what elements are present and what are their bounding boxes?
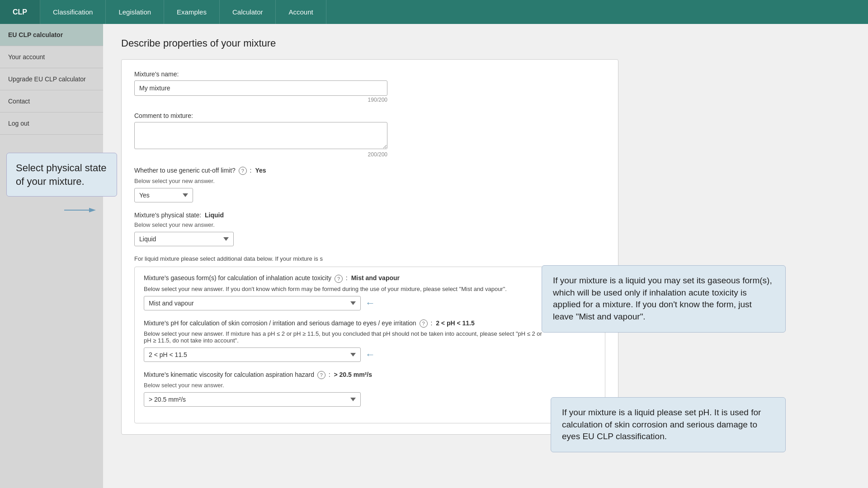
comment-label: Comment to mixture: xyxy=(134,112,605,119)
nav-clp[interactable]: CLP xyxy=(0,0,40,24)
nav-examples[interactable]: Examples xyxy=(164,0,220,24)
viscosity-help-icon[interactable]: ? xyxy=(317,371,326,379)
sidebar-item-your-account[interactable]: Your account xyxy=(0,46,103,68)
physical-state-group: Mixture's physical state: Liquid Below s… xyxy=(134,211,605,246)
main-content: Describe properties of your mixture Mixt… xyxy=(103,24,868,488)
physical-state-select[interactable]: Liquid Solid Gas xyxy=(134,232,234,246)
physical-state-label: Mixture's physical state: Liquid xyxy=(134,211,605,219)
viscosity-select[interactable]: > 20.5 mm²/s ≤ 20.5 mm²/s xyxy=(144,392,361,407)
gaseous-tooltip-box: If your mixture is a liquid you may set … xyxy=(542,265,786,332)
generic-cutoff-select[interactable]: Yes No xyxy=(134,188,193,202)
mixture-name-input[interactable] xyxy=(134,80,387,96)
liquid-section: Mixture's gaseous form(s) for calculatio… xyxy=(134,267,605,423)
generic-cutoff-group: Whether to use generic cut-off limit? ? … xyxy=(134,167,605,202)
gaseous-form-group: Mixture's gaseous form(s) for calculatio… xyxy=(144,274,596,310)
gaseous-form-select[interactable]: Mist and vapour Mist Vapour Dust xyxy=(144,296,361,310)
page-title: Describe properties of your mixture xyxy=(121,38,850,49)
comment-input[interactable] xyxy=(134,122,387,149)
gaseous-form-label: Mixture's gaseous form(s) for calculatio… xyxy=(144,274,596,282)
mixture-name-char-count: 190/200 xyxy=(134,97,387,103)
generic-cutoff-below-text: Below select your new answer. xyxy=(134,178,605,184)
physical-state-tooltip-text: Select physical state of your mixture. xyxy=(16,162,107,187)
ph-select[interactable]: 2 < pH < 11.5 pH ≤ 2 pH ≥ 11.5 pH ≤ 2 or… xyxy=(144,347,361,362)
gaseous-form-below: Below select your new answer. If you don… xyxy=(144,286,551,292)
sidebar-item-logout[interactable]: Log out xyxy=(0,113,103,135)
comment-char-count: 200/200 xyxy=(134,151,387,158)
sidebar-item-upgrade[interactable]: Upgrade EU CLP calculator xyxy=(0,68,103,90)
gaseous-arrow: ← xyxy=(365,297,375,309)
mixture-name-group: Mixture's name: 190/200 xyxy=(134,70,605,103)
nav-calculator[interactable]: Calculator xyxy=(220,0,276,24)
ph-current: 2 < pH < 11.5 xyxy=(436,319,475,327)
physical-state-below-text: Below select your new answer. xyxy=(134,221,605,228)
viscosity-current: > 20.5 mm²/s xyxy=(334,371,372,378)
ph-tooltip-box: If your mixture is a liquid please set p… xyxy=(551,397,786,452)
sidebar-item-eu-clp-calculator[interactable]: EU CLP calculator xyxy=(0,24,103,46)
sidebar: EU CLP calculator Your account Upgrade E… xyxy=(0,24,103,488)
physical-state-tooltip-box: Select physical state of your mixture. xyxy=(6,153,117,197)
gaseous-form-help-icon[interactable]: ? xyxy=(335,275,343,283)
generic-cutoff-label: Whether to use generic cut-off limit? ? … xyxy=(134,167,605,175)
ph-label: Mixture's pH for calculation of skin cor… xyxy=(144,319,596,328)
mixture-name-label: Mixture's name: xyxy=(134,70,605,78)
svg-marker-1 xyxy=(89,208,96,212)
gaseous-form-current: Mist and vapour xyxy=(351,274,400,282)
generic-cutoff-help-icon[interactable]: ? xyxy=(239,167,247,175)
viscosity-label: Mixture's kinematic viscosity for calcul… xyxy=(144,371,596,379)
sidebar-item-contact[interactable]: Contact xyxy=(0,90,103,113)
nav-legislation[interactable]: Legislation xyxy=(106,0,164,24)
viscosity-below: Below select your new answer. xyxy=(144,382,596,389)
nav-classification[interactable]: Classification xyxy=(40,0,106,24)
comment-group: Comment to mixture: 200/200 xyxy=(134,112,605,158)
ph-arrow: ← xyxy=(365,349,375,361)
physical-state-current-value: Liquid xyxy=(205,211,224,219)
nav-account[interactable]: Account xyxy=(276,0,326,24)
tooltip-arrow xyxy=(64,206,100,224)
ph-group: Mixture's pH for calculation of skin cor… xyxy=(144,319,596,362)
ph-help-icon[interactable]: ? xyxy=(420,319,428,328)
viscosity-group: Mixture's kinematic viscosity for calcul… xyxy=(144,371,596,407)
generic-cutoff-current-value: Yes xyxy=(255,167,266,174)
liquid-note: For liquid mixture please select additio… xyxy=(134,255,541,262)
top-navigation: CLP Classification Legislation Examples … xyxy=(0,0,868,24)
form-card: Mixture's name: 190/200 Comment to mixtu… xyxy=(121,59,618,435)
ph-below: Below select your new answer. If mixture… xyxy=(144,330,551,344)
